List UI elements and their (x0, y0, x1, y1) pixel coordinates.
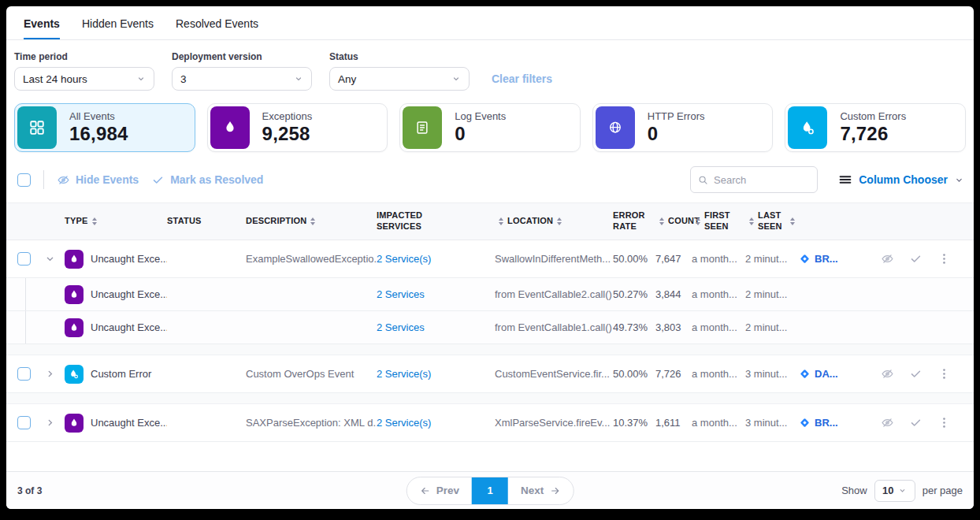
event-count: 7,726 (655, 368, 692, 380)
sort-icon[interactable] (499, 217, 503, 225)
column-chooser-button[interactable]: Column Chooser (838, 173, 964, 187)
card-log-events[interactable]: Log Events 0 (399, 103, 581, 152)
flame-gear-icon (788, 106, 827, 149)
clear-filters-button[interactable]: Clear filters (492, 72, 552, 85)
event-row[interactable]: Custom Error Custom OverOps Event 2 Serv… (6, 355, 974, 393)
header-count[interactable]: COUNT (655, 216, 692, 227)
custom-error-type-icon (65, 365, 84, 384)
dashboard-grid-icon (17, 106, 57, 149)
card-value: 16,984 (69, 123, 128, 145)
header-type[interactable]: TYPE (65, 216, 167, 227)
show-label: Show (841, 485, 867, 496)
mark-as-resolved-label: Mark as Resolved (170, 173, 263, 186)
card-label: All Events (69, 110, 128, 122)
hamburger-icon (838, 173, 852, 187)
first-seen: a month... (692, 368, 745, 380)
search-input[interactable] (714, 174, 810, 186)
sort-icon[interactable] (749, 217, 754, 225)
chevron-down-icon (136, 74, 146, 84)
kebab-menu-icon[interactable] (937, 416, 951, 429)
card-custom-errors[interactable]: Custom Errors 7,726 (785, 103, 966, 152)
status-select[interactable]: Any (329, 67, 470, 91)
impacted-services-link[interactable]: 2 Service(s) (377, 368, 495, 380)
hide-event-icon[interactable] (881, 252, 894, 266)
select-all-checkbox[interactable] (17, 173, 31, 187)
next-page-button[interactable]: Next (508, 477, 573, 504)
hide-events-button[interactable]: Hide Events (57, 173, 139, 187)
jira-ticket-link[interactable]: BR... (799, 417, 881, 429)
first-seen: a month... (692, 321, 745, 333)
kebab-menu-icon[interactable] (937, 367, 951, 381)
sort-icon[interactable] (696, 217, 700, 225)
impacted-services-link[interactable]: 2 Service(s) (377, 417, 495, 429)
last-seen: 3 minut... (745, 417, 799, 429)
sort-icon[interactable] (557, 217, 562, 225)
row-checkbox[interactable] (17, 252, 31, 266)
impacted-services-link[interactable]: 2 Services (377, 288, 495, 300)
sort-icon[interactable] (659, 217, 664, 225)
impacted-services-link[interactable]: 2 Service(s) (377, 253, 495, 265)
header-last-seen[interactable]: LAST SEEN (745, 210, 799, 232)
header-location[interactable]: LOCATION (495, 216, 613, 227)
card-value: 0 (648, 123, 705, 145)
resolve-icon[interactable] (909, 367, 922, 381)
table-header: TYPE STATUS DESCRIPTION IMPACTED SERVICE… (6, 202, 974, 240)
event-count: 1,611 (655, 417, 692, 429)
hide-event-icon[interactable] (881, 367, 894, 381)
group-gap (6, 344, 974, 355)
page-number-current[interactable]: 1 (472, 477, 508, 504)
event-location: from EventCallable1.call() (495, 321, 613, 333)
time-period-label: Time period (14, 51, 154, 62)
impacted-services-link[interactable]: 2 Services (377, 321, 495, 333)
per-page-label: per page (922, 485, 963, 496)
hide-event-icon[interactable] (881, 416, 894, 429)
collapse-chevron-icon[interactable] (44, 253, 65, 265)
event-row[interactable]: Uncaught Exce... ExampleSwallowedExcepti… (6, 240, 974, 278)
jira-ticket-link[interactable]: DA... (799, 368, 881, 380)
resolve-icon[interactable] (909, 416, 922, 429)
time-period-select[interactable]: Last 24 hours (14, 67, 154, 91)
header-impacted-services[interactable]: IMPACTED SERVICES (377, 210, 495, 232)
event-subrow[interactable]: Uncaught Exce... 2 Services from EventCa… (6, 278, 974, 311)
kebab-menu-icon[interactable] (937, 252, 951, 266)
jira-ticket-link[interactable]: BR... (799, 253, 881, 265)
card-http-errors[interactable]: HTTP Errors 0 (592, 103, 774, 152)
toolbar-divider (43, 170, 44, 189)
card-exceptions[interactable]: Exceptions 9,258 (207, 103, 388, 152)
tab-resolved-events[interactable]: Resolved Events (176, 17, 258, 39)
deployment-version-select[interactable]: 3 (172, 67, 312, 91)
card-label: Log Events (455, 110, 506, 122)
event-subrow[interactable]: Uncaught Exce... 2 Services from EventCa… (6, 311, 974, 344)
header-status[interactable]: STATUS (167, 216, 246, 227)
page-size-select[interactable]: 10 (874, 480, 915, 502)
event-row[interactable]: Uncaught Exce... SAXParseException: XML … (6, 404, 974, 442)
card-label: Custom Errors (840, 110, 906, 122)
tab-events[interactable]: Events (24, 17, 60, 39)
event-location: CustomEventService.fir... (495, 368, 613, 380)
status-value: Any (338, 73, 356, 85)
event-count: 7,647 (655, 253, 692, 265)
resolve-icon[interactable] (909, 252, 922, 266)
card-label: Exceptions (262, 110, 313, 122)
row-checkbox[interactable] (17, 416, 31, 429)
first-seen: a month... (692, 288, 745, 300)
card-all-events[interactable]: All Events 16,984 (14, 103, 195, 152)
prev-page-button[interactable]: Prev (407, 477, 472, 504)
exception-type-icon (65, 414, 84, 433)
expand-chevron-icon[interactable] (44, 417, 65, 429)
group-gap (6, 393, 974, 404)
last-seen: 2 minut... (745, 321, 799, 333)
mark-as-resolved-button[interactable]: Mark as Resolved (151, 173, 263, 187)
row-checkbox[interactable] (17, 367, 31, 381)
deployment-version-value: 3 (180, 73, 187, 85)
header-first-seen[interactable]: FIRST SEEN (692, 210, 745, 232)
header-description[interactable]: DESCRIPTION (246, 216, 377, 227)
card-value: 0 (455, 123, 506, 145)
sort-icon[interactable] (92, 217, 97, 225)
header-error-rate[interactable]: ERROR RATE (613, 210, 655, 232)
tab-hidden-events[interactable]: Hidden Events (82, 17, 154, 39)
sort-icon[interactable] (790, 217, 795, 225)
expand-chevron-icon[interactable] (44, 368, 65, 380)
sort-icon[interactable] (310, 217, 315, 225)
event-description: ExampleSwallowedExceptio... (246, 253, 377, 265)
